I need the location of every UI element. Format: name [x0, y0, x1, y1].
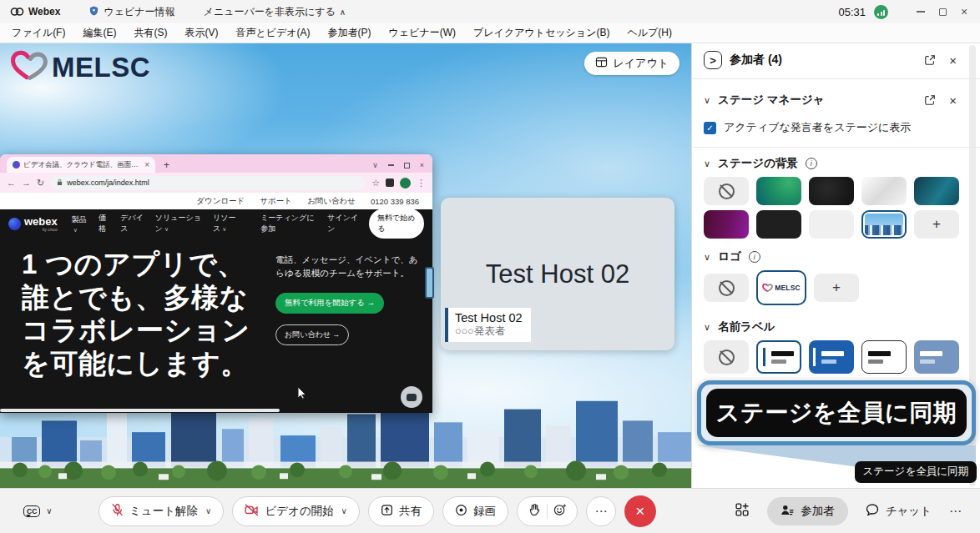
close-participants-panel-icon[interactable]: ×: [949, 53, 957, 68]
close-window-button[interactable]: ×: [953, 0, 975, 23]
name-label-style3-thumb[interactable]: [861, 340, 907, 374]
info-icon[interactable]: i: [749, 251, 760, 263]
share-label: 共有: [399, 504, 422, 519]
name-label-style2-thumb[interactable]: [809, 340, 854, 374]
name-label-style4-thumb[interactable]: [914, 340, 959, 374]
site-join-meeting-link: ミーティングに参加: [260, 213, 318, 234]
utility-phone: 0120 339 836: [371, 197, 419, 206]
background-none-thumb[interactable]: [704, 177, 749, 205]
menu-item-file[interactable]: ファイル(F): [12, 26, 65, 40]
city-thumbnail-image: [865, 214, 903, 235]
participants-button[interactable]: 参加者: [767, 497, 848, 525]
chevron-down-icon[interactable]: ∨: [704, 95, 710, 106]
site-hero-title: 1 つのアプリで、誰とでも、多様なコラボレーションを可能にします。: [22, 248, 272, 380]
profile-avatar: [400, 178, 411, 189]
menu-item-share[interactable]: 共有(S): [134, 26, 167, 40]
stage-brand-logo: MELSC: [10, 48, 150, 87]
chevron-down-icon[interactable]: ∨: [704, 158, 710, 169]
menu-item-help[interactable]: ヘルプ(H): [627, 26, 672, 40]
more-options-button[interactable]: ⋯: [586, 496, 616, 526]
add-logo-button[interactable]: +: [814, 274, 859, 302]
leave-webinar-button[interactable]: ×: [624, 495, 656, 527]
hide-menubar-button[interactable]: メニューバーを非表示にする ∧: [204, 5, 346, 19]
menu-item-edit[interactable]: 編集(E): [83, 26, 116, 40]
browser-tab: ビデオ会議、クラウド電話、画面共有 ×: [7, 157, 155, 173]
camera-off-icon: [245, 504, 259, 519]
sync-stage-highlight-callout: ステージを全員に同期: [697, 380, 976, 445]
menu-item-breakout-session[interactable]: ブレイクアウトセッション(B): [473, 26, 609, 40]
record-button[interactable]: 録画: [442, 496, 508, 526]
name-label-section-title: 名前ラベル: [718, 319, 775, 334]
unmute-button[interactable]: ミュート解除 ∨: [99, 496, 224, 526]
webex-site-logo-icon: [8, 218, 21, 230]
stage-manager-title: ステージ マネージャ: [718, 93, 824, 108]
browser-tab-strip: ビデオ会議、クラウド電話、画面共有 × + ∨ ×: [0, 154, 432, 173]
sync-stage-button[interactable]: ステージを全員に同期: [706, 389, 967, 437]
maximize-button[interactable]: [932, 0, 953, 23]
help-chat-widget-icon: [401, 386, 422, 408]
connection-quality-icon[interactable]: [874, 5, 888, 19]
video-tile[interactable]: Test Host 02 Test Host 02 ○○○発表者: [441, 198, 674, 350]
webinar-info-button[interactable]: ウェビナー情報: [88, 5, 174, 19]
logo-none-thumb[interactable]: [704, 274, 749, 302]
share-button[interactable]: 共有: [368, 496, 434, 526]
active-speaker-checkbox[interactable]: ✓: [704, 122, 716, 134]
site-nav-devices: デバイス: [120, 213, 145, 234]
share-resize-handle[interactable]: [425, 267, 434, 299]
mouse-cursor: [297, 386, 307, 400]
site-nav-solutions: ソリューション∨: [155, 213, 203, 234]
browser-maximize-icon: [404, 163, 410, 168]
name-label-role: ○○○発表者: [455, 325, 523, 339]
chat-button[interactable]: チャット: [866, 503, 932, 519]
collapse-panel-button[interactable]: >: [704, 51, 722, 69]
apps-icon[interactable]: [735, 502, 750, 520]
control-bar: CC ∨ ミュート解除 ∨ ビデオの開始 ∨: [0, 488, 980, 533]
check-icon: ✓: [706, 123, 713, 133]
closed-caption-icon[interactable]: CC: [23, 505, 40, 517]
background-dark-thumb[interactable]: [756, 210, 801, 239]
side-panel: > 参加者 (4) × ∨ ステージ マネージャ × ✓ アク: [691, 43, 980, 488]
menu-bar: ファイル(F) 編集(E) 共有(S) 表示(V) 音声とビデオ(A) 参加者(…: [0, 23, 980, 43]
site-nav-pricing: 価格: [99, 213, 110, 234]
meeting-timer: 05:31: [838, 6, 866, 18]
background-green-thumb[interactable]: [756, 177, 801, 205]
logo-melsc-thumb-selected[interactable]: MELSC: [756, 270, 806, 305]
stage-area: MELSC レイアウト ビデオ会議、クラウド電話、画面共有 × +: [0, 43, 691, 488]
none-icon: [719, 280, 735, 296]
chevron-down-icon[interactable]: ∨: [704, 252, 710, 263]
menu-item-webinar[interactable]: ウェビナー(W): [389, 26, 456, 40]
site-nav-resources: リソース∨: [213, 213, 242, 234]
reactions-button[interactable]: [517, 496, 578, 526]
start-video-button[interactable]: ビデオの開始 ∨: [232, 496, 360, 526]
popout-panel-icon[interactable]: [924, 54, 936, 66]
reload-icon: ↻: [37, 178, 44, 189]
background-purple-thumb[interactable]: [704, 210, 749, 239]
utility-contact: お問い合わせ: [307, 196, 356, 207]
webex-site-logo: webex by cisco: [8, 216, 58, 232]
background-teal-thumb[interactable]: [914, 177, 959, 205]
name-label-style1-thumb-selected[interactable]: [756, 340, 801, 374]
background-black-thumb[interactable]: [809, 177, 854, 205]
chevron-down-icon[interactable]: ∨: [704, 322, 710, 333]
background-light-thumb[interactable]: [861, 177, 907, 205]
close-stage-manager-icon[interactable]: ×: [949, 93, 957, 108]
more-panels-icon[interactable]: ⋯: [949, 504, 962, 519]
info-icon[interactable]: i: [806, 158, 817, 169]
app-title: Webex: [28, 6, 60, 18]
layout-icon: [595, 57, 608, 70]
minimize-button[interactable]: [910, 0, 932, 23]
background-city-thumb-selected[interactable]: [861, 210, 907, 239]
site-header-cta: 無料で始める: [369, 209, 424, 239]
add-background-button[interactable]: +: [914, 210, 959, 239]
layout-button-label: レイアウト: [613, 56, 669, 71]
chevron-down-icon: ∨: [205, 506, 211, 515]
menu-item-participants[interactable]: 参加者(P): [328, 26, 371, 40]
participants-panel-title: 参加者 (4): [730, 53, 782, 68]
background-plain-thumb[interactable]: [809, 210, 854, 239]
popout-stage-manager-icon[interactable]: [924, 94, 936, 106]
menu-item-view[interactable]: 表示(V): [184, 26, 218, 40]
chevron-down-icon[interactable]: ∨: [46, 506, 52, 515]
name-label-none-thumb[interactable]: [704, 340, 749, 374]
layout-button[interactable]: レイアウト: [584, 52, 679, 75]
menu-item-audio-video[interactable]: 音声とビデオ(A): [235, 26, 310, 40]
